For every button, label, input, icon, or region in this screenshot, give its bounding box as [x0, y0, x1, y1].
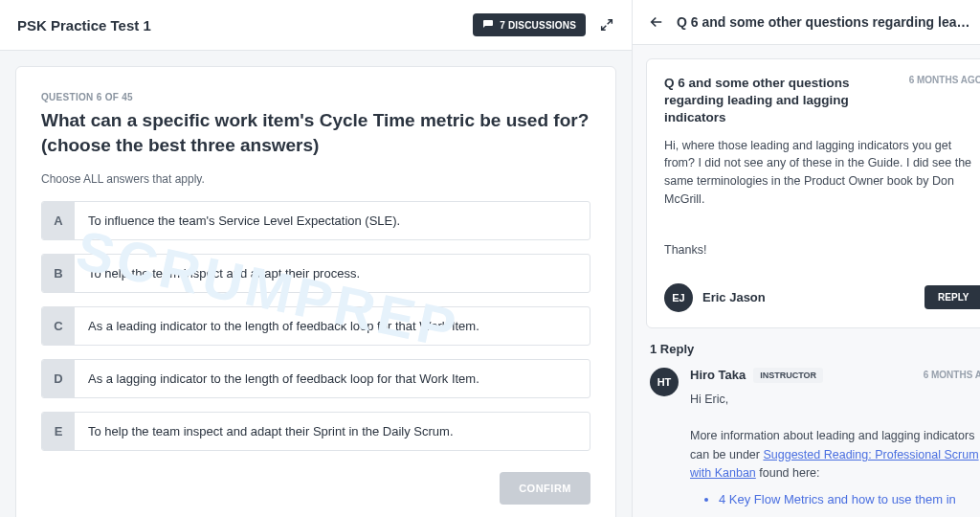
discussion-header-title: Q 6 and some other questions regarding l…	[677, 14, 970, 30]
answer-option[interactable]: A To influence the team's Service Level …	[41, 201, 590, 240]
answer-text: As a lagging indicator to the length of …	[75, 360, 590, 397]
question-text: What can a specific work item's Cycle Ti…	[41, 108, 590, 157]
answer-text: To influence the team's Service Level Ex…	[75, 202, 590, 239]
reply-author-name: Hiro Taka	[690, 368, 746, 382]
discussion-thanks: Thanks!	[664, 243, 980, 257]
question-instruction: Choose ALL answers that apply.	[41, 172, 590, 186]
expand-icon[interactable]	[599, 17, 614, 33]
answer-letter: E	[42, 413, 75, 450]
reply-age: 6 MONTHS AGO	[924, 370, 980, 380]
answer-text: To help the team inspect and adapt their…	[75, 255, 590, 292]
test-title: PSK Practice Test 1	[17, 17, 151, 34]
answer-letter: C	[42, 307, 75, 345]
author-name: Eric Jason	[702, 290, 766, 304]
reply-item: HT Hiro Taka INSTRUCTOR 6 MONTHS AGO Hi …	[646, 364, 980, 512]
question-card: SCRUMPREP QUESTION 6 OF 45 What can a sp…	[15, 66, 616, 517]
reply-text: Hi Eric, More information about leading …	[690, 391, 980, 508]
answer-text: To help the team inspect and adapt their…	[75, 413, 590, 450]
answers-list: A To influence the team's Service Level …	[41, 201, 590, 451]
reply-bullet-link[interactable]: 4 Key Flow Metrics and how to use them i…	[719, 491, 980, 508]
speech-bubble-icon	[482, 19, 494, 31]
avatar: EJ	[664, 283, 693, 312]
answer-letter: D	[42, 360, 75, 397]
question-counter: QUESTION 6 OF 45	[41, 92, 590, 102]
answer-option[interactable]: E To help the team inspect and adapt the…	[41, 412, 590, 451]
discussion-author: EJ Eric Jason	[664, 283, 766, 312]
reply-button[interactable]: REPLY	[924, 285, 980, 309]
avatar: HT	[650, 368, 679, 396]
confirm-button[interactable]: CONFIRM	[500, 472, 590, 505]
answer-letter: A	[42, 202, 75, 239]
discussion-body: Hi, where those leading and lagging indi…	[664, 137, 980, 209]
discussions-badge[interactable]: 7 DISCUSSIONS	[473, 13, 586, 36]
answer-letter: B	[42, 255, 75, 292]
discussion-title: Q 6 and some other questions regard­ing …	[664, 75, 875, 127]
answer-option[interactable]: D As a lagging indicator to the length o…	[41, 359, 590, 398]
answer-option[interactable]: C As a leading indicator to the length o…	[41, 306, 590, 346]
discussion-age: 6 MONTHS AGO	[909, 75, 980, 127]
answer-text: As a leading indicator to the length of …	[75, 307, 590, 345]
replies-count: 1 Reply	[650, 342, 980, 356]
answer-option[interactable]: B To help the team inspect and adapt the…	[41, 254, 590, 293]
test-header: PSK Practice Test 1 7 DISCUSSIONS	[0, 0, 632, 51]
discussion-card: Q 6 and some other questions regard­ing …	[646, 58, 980, 328]
back-arrow-icon[interactable]	[648, 13, 665, 31]
discussion-header: Q 6 and some other questions regarding l…	[633, 0, 980, 45]
discussions-badge-label: 7 DISCUSSIONS	[500, 20, 576, 31]
instructor-badge: INSTRUCTOR	[753, 368, 823, 383]
